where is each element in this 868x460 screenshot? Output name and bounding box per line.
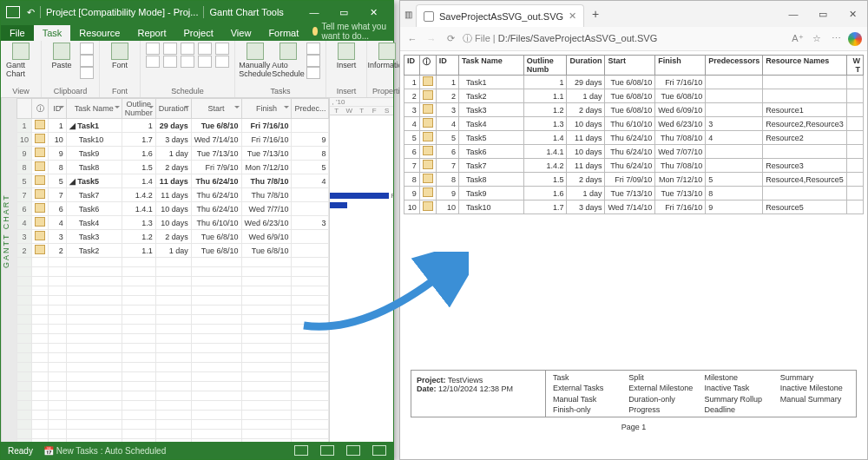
font-icon <box>111 43 128 60</box>
browser-tab[interactable]: SaveProjectAsSVG_out.SVG ✕ <box>416 4 584 27</box>
copilot-icon[interactable] <box>848 32 862 46</box>
br-minimize-icon[interactable]: — <box>779 9 808 20</box>
col-finish[interactable]: Finish <box>256 104 277 113</box>
forward-icon[interactable]: → <box>424 34 438 44</box>
manual-schedule-button[interactable]: Manually Schedule <box>240 43 270 79</box>
legend-item: Inactive Milestone <box>777 383 852 393</box>
view-normal-icon[interactable] <box>294 445 308 456</box>
task-row[interactable]: 77Task71.4.211 daysThu 6/24/10Thu 7/8/10 <box>17 188 329 202</box>
gantt-chart-button[interactable]: Gantt Chart <box>6 43 36 78</box>
status-ready: Ready <box>8 446 33 456</box>
indent-icon[interactable] <box>163 43 177 55</box>
view-sidebar[interactable]: GANTT CHART <box>1 98 16 442</box>
outdent-icon[interactable] <box>146 43 160 55</box>
move-icon[interactable] <box>306 55 320 67</box>
gantt-bar[interactable] <box>330 193 389 199</box>
pct75-icon[interactable] <box>198 56 212 68</box>
svg-legend: Project: TestViews Date: 12/10/2024 12:3… <box>411 370 857 417</box>
auto-schedule-button[interactable]: Auto Schedule <box>273 43 303 79</box>
paste-icon <box>53 43 70 60</box>
legend-item: Milestone <box>701 372 777 383</box>
task-row[interactable]: 99Task91.61 dayTue 7/13/10Tue 7/13/108 <box>17 147 329 161</box>
col-task[interactable]: Task Name <box>75 104 114 113</box>
task-row[interactable]: 11◢ Task1129 daysTue 6/8/10Fri 7/16/10 <box>17 119 329 133</box>
bulb-icon <box>312 27 318 36</box>
task-row[interactable]: 55◢ Task51.411 daysThu 6/24/10Thu 7/8/10… <box>17 174 329 188</box>
menu-report[interactable]: Report <box>128 25 174 41</box>
tell-me[interactable]: Tell me what you want to do... <box>312 22 393 41</box>
cut-icon[interactable] <box>80 43 94 55</box>
legend-item: External Milestone <box>625 383 700 393</box>
view-sheet-icon[interactable] <box>372 445 386 456</box>
task-row[interactable]: 88Task81.52 daysFri 7/9/10Mon 7/12/105 <box>17 161 329 174</box>
browser-titlebar[interactable]: ▥ SaveProjectAsSVG_out.SVG ✕ + — ▭ ✕ <box>400 1 867 27</box>
insert-button[interactable]: Insert <box>332 43 361 69</box>
unlink-icon[interactable] <box>163 56 177 68</box>
pct25-icon[interactable] <box>198 43 212 55</box>
favorite-icon[interactable]: ☆ <box>810 33 824 44</box>
format-painter-icon[interactable] <box>80 67 94 79</box>
task-row[interactable]: 1010Task101.73 daysWed 7/14/10Fri 7/16/1… <box>17 133 329 147</box>
view-gantt-icon[interactable] <box>320 445 334 456</box>
font-button[interactable]: Font <box>105 43 135 69</box>
tab-actions-icon[interactable]: ▥ <box>400 10 416 19</box>
minimize-icon[interactable]: — <box>299 7 329 17</box>
task-row[interactable]: 66Task61.4.110 daysThu 6/24/10Wed 7/7/10 <box>17 202 329 216</box>
menu-view[interactable]: View <box>222 25 260 41</box>
url-field[interactable]: ⓘ File | D:/Files/SaveProjectAsSVG_out.S… <box>463 32 786 45</box>
tab-close-icon[interactable]: ✕ <box>569 10 576 22</box>
task-row[interactable]: 44Task41.310 daysThu 6/10/10Wed 6/23/103 <box>17 216 329 230</box>
qat-undo-icon[interactable]: ↶ <box>27 7 35 18</box>
link-icon[interactable] <box>146 56 160 68</box>
insert-task-icon <box>338 43 355 60</box>
svg-table-row: 33Task31.22 daysTue 6/08/10Wed 6/09/10Re… <box>404 103 864 117</box>
pct100-icon[interactable] <box>215 56 229 68</box>
copy-icon[interactable] <box>80 55 94 67</box>
pct50-icon[interactable] <box>215 43 229 55</box>
gantt-bar[interactable] <box>330 202 347 208</box>
gantt-timescale-top: , '10 <box>330 98 393 107</box>
inspect-icon[interactable] <box>306 43 320 55</box>
menu-icon[interactable]: ⋯ <box>829 33 843 44</box>
svg-col-rowid: ID <box>404 56 420 76</box>
view-usage-icon[interactable] <box>346 445 360 456</box>
col-start[interactable]: Start <box>208 104 225 113</box>
close-icon[interactable]: ✕ <box>358 7 388 18</box>
page-icon <box>424 11 434 22</box>
statusbar: Ready 📅 New Tasks : Auto Scheduled <box>1 442 393 459</box>
menu-format[interactable]: Format <box>260 25 307 41</box>
br-close-icon[interactable]: ✕ <box>838 9 867 20</box>
svg-col-outline: Outline Numb <box>523 56 567 76</box>
split-icon[interactable] <box>181 56 194 68</box>
pct0-icon[interactable] <box>181 43 194 55</box>
legend-item: Finish-only <box>549 404 625 415</box>
legend-item: Task <box>549 372 625 383</box>
tools-title: Gantt Chart Tools <box>209 7 283 17</box>
menu-task[interactable]: Task <box>34 25 71 41</box>
col-indicator[interactable]: ⓘ <box>36 104 44 113</box>
save-icon[interactable] <box>6 6 20 18</box>
titlebar[interactable]: ↶ Project [Compatibility Mode] - Proj...… <box>1 1 393 23</box>
menu-file[interactable]: File <box>1 25 34 41</box>
task-row[interactable]: 22Task21.11 dayTue 6/8/10Tue 6/8/10 <box>17 244 329 258</box>
task-grid[interactable]: ⓘ ID Task Name Outline Number Duration S… <box>16 98 329 442</box>
reader-icon[interactable]: A⁺ <box>791 33 805 44</box>
new-tab-button[interactable]: + <box>584 4 607 23</box>
page-number: Page 1 <box>404 423 864 431</box>
menubar: File Task Resource Report Project View F… <box>1 23 393 41</box>
legend-item: Duration-only <box>625 394 700 404</box>
br-maximize-icon[interactable]: ▭ <box>808 9 838 20</box>
task-row[interactable]: 33Task31.22 daysTue 6/8/10Wed 6/9/10 <box>17 230 329 244</box>
paste-button[interactable]: Paste <box>47 43 76 79</box>
gantt-bar-label: Resource1 <box>391 192 393 200</box>
legend-item: External Tasks <box>549 383 625 393</box>
mode-icon[interactable] <box>306 67 320 79</box>
menu-resource[interactable]: Resource <box>70 25 128 41</box>
menu-project[interactable]: Project <box>174 25 221 41</box>
maximize-icon[interactable]: ▭ <box>329 7 358 18</box>
col-pred[interactable]: Predec... <box>294 104 326 113</box>
information-button[interactable]: Information <box>372 43 402 69</box>
legend-item: Summary <box>777 372 852 383</box>
back-icon[interactable]: ← <box>405 34 419 44</box>
refresh-icon[interactable]: ⟳ <box>444 33 457 44</box>
